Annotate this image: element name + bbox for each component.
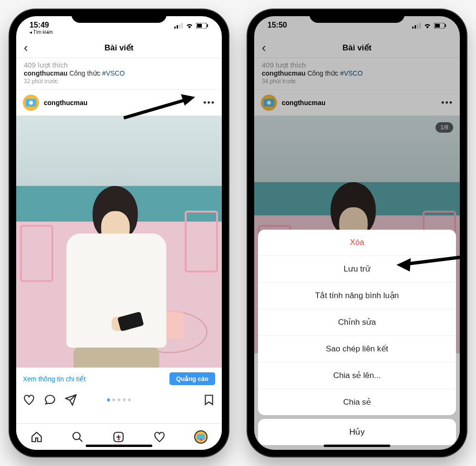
back-button[interactable]: ‹	[24, 40, 28, 55]
prev-hashtag[interactable]: #VSCO	[102, 69, 125, 77]
previous-post-snippet: 409 lượt thích congthucmau Công thức #VS…	[16, 58, 222, 89]
phone-right: 15:50 ‹ Bài viết 409 lượt thích congthuc…	[248, 10, 466, 456]
post-image[interactable]	[16, 116, 222, 368]
prev-username[interactable]: congthucmau	[24, 69, 68, 77]
svg-rect-5	[197, 24, 202, 28]
wifi-icon	[186, 23, 193, 29]
nav-add[interactable]	[112, 431, 125, 443]
prev-caption: Công thức	[69, 69, 100, 77]
action-sheet-options: Xóa Lưu trữ Tắt tính năng bình luận Chỉn…	[258, 230, 456, 415]
sheet-share[interactable]: Chia sẻ	[258, 389, 456, 415]
sheet-archive[interactable]: Lưu trữ	[258, 256, 456, 282]
svg-rect-0	[174, 27, 176, 29]
likes-count: 409 lượt thích	[24, 61, 214, 69]
nav-profile[interactable]	[194, 430, 208, 444]
svg-line-8	[79, 438, 82, 442]
post-username[interactable]: congthucmau	[44, 99, 198, 107]
ad-row: Xem thông tin chi tiết Quảng cáo	[16, 368, 222, 390]
notch	[71, 10, 167, 23]
svg-rect-2	[179, 24, 180, 29]
home-indicator[interactable]	[86, 445, 152, 447]
ad-details-link[interactable]: Xem thông tin chi tiết	[23, 375, 86, 383]
ad-badge[interactable]: Quảng cáo	[169, 372, 215, 385]
status-indicators	[174, 23, 208, 29]
home-indicator[interactable]	[324, 445, 390, 447]
like-icon[interactable]	[23, 394, 35, 406]
svg-rect-3	[181, 23, 183, 29]
nav-activity[interactable]	[153, 431, 166, 443]
notch	[309, 10, 405, 23]
comment-icon[interactable]	[44, 394, 56, 406]
carousel-dots	[107, 398, 131, 401]
bookmark-icon[interactable]	[203, 394, 215, 406]
svg-point-7	[73, 432, 80, 439]
nav-search[interactable]	[71, 431, 84, 443]
more-options-button[interactable]: •••	[203, 98, 215, 108]
screen: 15:49 ◂ Tìm kiếm ‹ Bài viết 409 lượt thí…	[16, 16, 222, 450]
sheet-edit[interactable]: Chỉnh sửa	[258, 309, 456, 336]
screen: 15:50 ‹ Bài viết 409 lượt thích congthuc…	[254, 16, 460, 450]
prev-time: 32 phút trước	[24, 78, 214, 85]
post-actions	[16, 390, 222, 409]
sheet-share-to[interactable]: Chia sẻ lên...	[258, 362, 456, 389]
post-header: congthucmau •••	[16, 89, 222, 116]
avatar[interactable]	[23, 95, 39, 111]
sheet-copy-link[interactable]: Sao chép liên kết	[258, 336, 456, 362]
nav-header: ‹ Bài viết	[16, 39, 222, 58]
sheet-cancel[interactable]: Hủy	[258, 419, 456, 445]
status-time: 15:49	[30, 21, 53, 29]
share-icon[interactable]	[65, 394, 77, 406]
battery-icon	[196, 23, 208, 29]
sheet-delete[interactable]: Xóa	[258, 230, 456, 256]
cellular-icon	[174, 23, 183, 29]
status-back-app[interactable]: ◂ Tìm kiếm	[30, 29, 53, 35]
svg-rect-1	[177, 25, 178, 29]
svg-rect-6	[207, 24, 208, 27]
sheet-disable-comments[interactable]: Tắt tính năng bình luận	[258, 282, 456, 309]
action-sheet: Xóa Lưu trữ Tắt tính năng bình luận Chỉn…	[258, 230, 456, 445]
page-title: Bài viết	[104, 43, 133, 53]
nav-home[interactable]	[30, 431, 43, 443]
phone-left: 15:49 ◂ Tìm kiếm ‹ Bài viết 409 lượt thí…	[10, 10, 228, 456]
